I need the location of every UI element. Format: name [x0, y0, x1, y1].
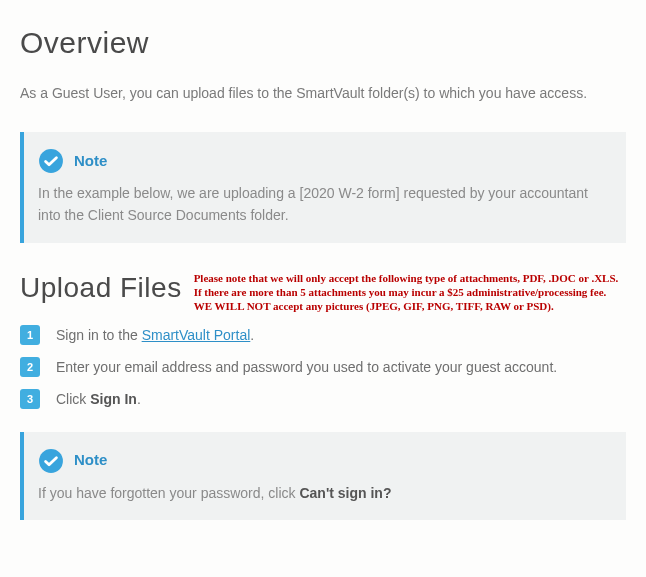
note-body: If you have forgotten your password, cli…	[38, 482, 608, 504]
step-text: Click Sign In.	[56, 389, 141, 410]
step-number: 3	[20, 389, 40, 409]
step-number: 1	[20, 325, 40, 345]
check-circle-icon	[38, 148, 64, 174]
upload-heading: Upload Files	[20, 267, 182, 309]
step-text: Sign in to the SmartVault Portal.	[56, 325, 254, 346]
step-text: Enter your email address and password yo…	[56, 357, 557, 378]
note-label: Note	[74, 449, 107, 472]
step-number: 2	[20, 357, 40, 377]
note-box-2: Note If you have forgotten your password…	[20, 432, 626, 520]
step-2: 2 Enter your email address and password …	[20, 357, 626, 378]
note-box-1: Note In the example below, we are upload…	[20, 132, 626, 243]
note-body: In the example below, we are uploading a…	[38, 182, 608, 227]
note-label: Note	[74, 150, 107, 173]
upload-warning: Please note that we will only accept the…	[194, 267, 626, 314]
smartvault-portal-link[interactable]: SmartVault Portal	[142, 327, 251, 343]
check-circle-icon	[38, 448, 64, 474]
step-3: 3 Click Sign In.	[20, 389, 626, 410]
steps-list: 1 Sign in to the SmartVault Portal. 2 En…	[20, 325, 626, 410]
overview-intro: As a Guest User, you can upload files to…	[20, 83, 626, 104]
step-1: 1 Sign in to the SmartVault Portal.	[20, 325, 626, 346]
overview-heading: Overview	[20, 20, 626, 65]
